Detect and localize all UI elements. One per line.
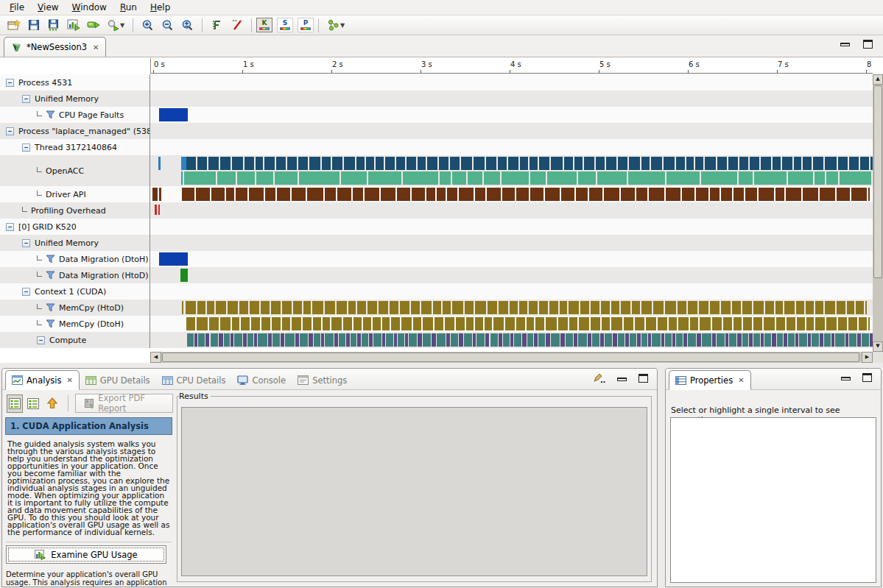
compute-interval[interactable] bbox=[618, 333, 625, 347]
compute-interval[interactable] bbox=[194, 333, 197, 347]
compute-interval[interactable] bbox=[300, 333, 308, 347]
timeline-row-label-profiling-overhead[interactable]: Profiling Overhead bbox=[0, 202, 150, 219]
memcpy-dtoh-interval[interactable] bbox=[493, 317, 504, 330]
memcpy-htod-interval[interactable] bbox=[632, 301, 640, 314]
timeline-row-label-process-laplace[interactable]: −Process "laplace_managed" (538) bbox=[0, 123, 150, 139]
openacc-interval[interactable] bbox=[366, 157, 374, 170]
timeline-row-label-thread-3172140864[interactable]: −Thread 3172140864 bbox=[0, 139, 150, 155]
memcpy-htod-interval[interactable] bbox=[549, 301, 558, 314]
openacc-interval[interactable] bbox=[651, 157, 662, 170]
compute-interval[interactable] bbox=[625, 333, 629, 347]
openacc-interval[interactable] bbox=[574, 157, 583, 170]
openacc-interval[interactable] bbox=[220, 157, 231, 170]
driver-api-interval[interactable] bbox=[381, 188, 395, 201]
compute-interval[interactable] bbox=[219, 333, 223, 347]
driver-api-interval[interactable] bbox=[745, 188, 758, 201]
compute-interval[interactable] bbox=[538, 333, 545, 347]
compute-interval[interactable] bbox=[641, 333, 647, 347]
compute-interval[interactable] bbox=[665, 333, 672, 347]
zoom-tool-button[interactable]: ▼ bbox=[103, 16, 128, 34]
openacc-interval[interactable] bbox=[666, 171, 700, 185]
compute-interval[interactable] bbox=[339, 333, 345, 347]
timeline-track-compute[interactable] bbox=[150, 332, 873, 348]
memcpy-htod-interval[interactable] bbox=[825, 301, 835, 314]
minimize-icon[interactable] bbox=[617, 378, 627, 381]
memcpy-htod-interval[interactable] bbox=[488, 301, 496, 314]
view-menu-icon[interactable] bbox=[593, 373, 605, 383]
memcpy-dtoh-interval[interactable] bbox=[401, 317, 412, 330]
driver-api-interval[interactable] bbox=[426, 188, 435, 201]
memcpy-htod-interval[interactable] bbox=[216, 301, 226, 314]
timeline-row-label-openacc[interactable]: OpenACC bbox=[0, 155, 150, 186]
compute-interval[interactable] bbox=[357, 333, 361, 347]
openacc-interval[interactable] bbox=[439, 157, 448, 170]
driver-api-interval[interactable] bbox=[182, 188, 194, 201]
compute-interval[interactable] bbox=[630, 333, 636, 347]
memcpy-dtoh-interval[interactable] bbox=[363, 317, 370, 330]
compute-interval[interactable] bbox=[753, 333, 760, 347]
openacc-interval[interactable] bbox=[486, 157, 497, 170]
memcpy-dtoh-interval[interactable] bbox=[292, 317, 301, 330]
memcpy-dtoh-interval[interactable] bbox=[787, 317, 795, 330]
compute-interval[interactable] bbox=[742, 333, 748, 347]
driver-api-interval[interactable] bbox=[820, 188, 835, 201]
compute-interval[interactable] bbox=[795, 333, 799, 347]
compute-interval[interactable] bbox=[857, 333, 861, 347]
memcpy-htod-interval[interactable] bbox=[653, 301, 664, 314]
timeline-track-openacc[interactable] bbox=[150, 155, 873, 186]
tab-gpu-details[interactable]: GPU Details bbox=[80, 371, 156, 389]
close-icon[interactable]: ✕ bbox=[66, 376, 72, 384]
zoom-out-button[interactable] bbox=[158, 16, 177, 34]
compute-interval[interactable] bbox=[198, 333, 205, 347]
timeline-track-memcpy-dtoh[interactable] bbox=[150, 316, 873, 332]
memcpy-htod-interval[interactable] bbox=[312, 301, 323, 314]
openacc-interval[interactable] bbox=[849, 157, 859, 170]
openacc-interval[interactable] bbox=[838, 157, 848, 170]
driver-api-interval[interactable] bbox=[437, 188, 446, 201]
timeline-track-unified-memory-gpu[interactable] bbox=[150, 235, 873, 251]
kernel-color-button[interactable]: K bbox=[256, 18, 272, 32]
compute-interval[interactable] bbox=[459, 333, 462, 347]
memcpy-htod-interval[interactable] bbox=[186, 301, 196, 314]
tab-settings[interactable]: Settings bbox=[292, 371, 353, 389]
timeline-row-label-unified-memory-host[interactable]: −Unified Memory bbox=[0, 91, 150, 107]
memcpy-dtoh-interval[interactable] bbox=[624, 317, 633, 330]
driver-api-interval[interactable] bbox=[721, 188, 732, 201]
memcpy-dtoh-interval[interactable] bbox=[220, 317, 231, 330]
compute-interval[interactable] bbox=[258, 333, 267, 347]
compute-interval[interactable] bbox=[527, 333, 533, 347]
openacc-interval[interactable] bbox=[186, 157, 196, 170]
memcpy-htod-interval[interactable] bbox=[367, 301, 377, 314]
memcpy-htod-interval[interactable] bbox=[510, 301, 518, 314]
timeline-track-process-4531[interactable] bbox=[150, 74, 873, 91]
compute-interval[interactable] bbox=[605, 333, 612, 347]
compute-interval[interactable] bbox=[514, 333, 521, 347]
compute-interval[interactable] bbox=[409, 333, 417, 347]
zoom-in-button[interactable] bbox=[138, 16, 158, 34]
openacc-interval[interactable] bbox=[596, 157, 605, 170]
memcpy-dtoh-interval[interactable] bbox=[343, 317, 352, 330]
openacc-interval[interactable] bbox=[396, 157, 405, 170]
memcpy-htod-interval[interactable] bbox=[742, 301, 752, 314]
openacc-interval[interactable] bbox=[309, 157, 320, 170]
memcpy-htod-interval[interactable] bbox=[569, 301, 579, 314]
compute-interval[interactable] bbox=[737, 333, 742, 347]
driver-api-interval[interactable] bbox=[589, 188, 603, 201]
openacc-interval[interactable] bbox=[739, 157, 748, 170]
openacc-interval[interactable] bbox=[705, 157, 716, 170]
memcpy-dtoh-interval[interactable] bbox=[331, 317, 341, 330]
driver-api-interval[interactable] bbox=[759, 188, 773, 201]
save-all-button[interactable] bbox=[43, 16, 63, 34]
memcpy-dtoh-interval[interactable] bbox=[569, 317, 577, 330]
compute-interval[interactable] bbox=[309, 333, 313, 347]
memcpy-dtoh-interval[interactable] bbox=[868, 317, 870, 330]
memcpy-htod-interval[interactable] bbox=[865, 301, 867, 314]
openacc-interval[interactable] bbox=[641, 157, 650, 170]
openacc-interval[interactable] bbox=[597, 171, 627, 185]
memcpy-htod-interval[interactable] bbox=[303, 301, 311, 314]
compute-interval[interactable] bbox=[314, 333, 320, 347]
openacc-interval[interactable] bbox=[418, 157, 426, 170]
openacc-interval[interactable] bbox=[498, 157, 507, 170]
memcpy-htod-interval[interactable] bbox=[293, 301, 301, 314]
memcpy-htod-interval[interactable] bbox=[732, 301, 740, 314]
